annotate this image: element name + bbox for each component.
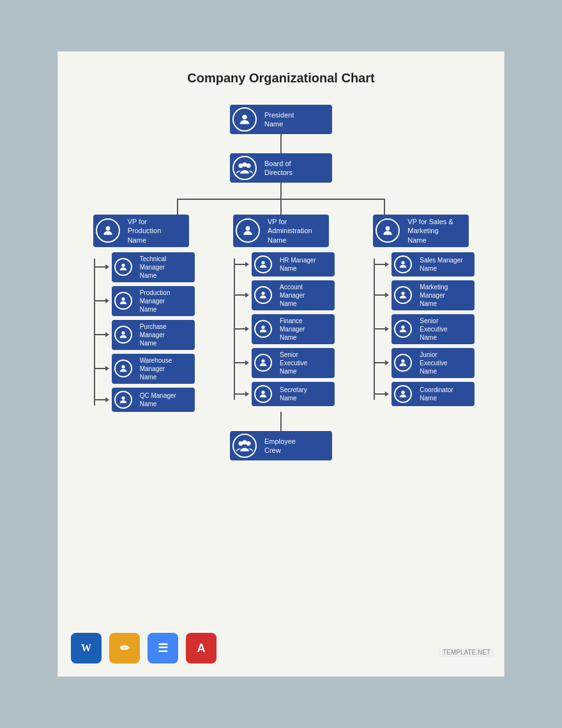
sub-node: Finance Manager Name — [252, 314, 335, 344]
sub-text: QC Manager Name — [135, 389, 181, 411]
h-conn — [234, 393, 245, 395]
svg-point-0 — [242, 115, 247, 119]
list-item: Warehouse Manager Name — [94, 354, 195, 384]
sub-icon — [114, 292, 132, 310]
docs-icon[interactable]: ☰ — [148, 633, 178, 664]
list-item: Account Manager Name — [234, 280, 335, 310]
vp-sales-node: VP for Sales & Marketing Name — [373, 215, 469, 247]
bracket-v — [374, 259, 375, 400]
svg-point-1 — [238, 163, 243, 168]
h-conn — [234, 328, 245, 330]
svg-point-13 — [261, 326, 264, 329]
vp-columns: VP for Production Name — [71, 215, 491, 412]
sub-node: Account Manager Name — [252, 280, 335, 310]
sub-icon — [114, 391, 132, 409]
page-title: Company Organizational Chart — [187, 71, 374, 86]
bracket-v — [94, 259, 95, 406]
svg-point-14 — [261, 360, 264, 363]
col2-bracket: HR Manager Name — [227, 252, 335, 406]
svg-point-17 — [402, 261, 405, 264]
svg-point-2 — [247, 163, 251, 168]
vp-production-icon — [96, 218, 120, 243]
pages-label: ✏ — [120, 641, 130, 655]
list-item: Coordinator Name — [374, 382, 475, 406]
sub-icon — [254, 255, 272, 273]
svg-point-11 — [261, 261, 264, 264]
word-icon[interactable]: W — [71, 633, 102, 664]
sub-node: HR Manager Name — [252, 252, 335, 277]
svg-point-10 — [246, 227, 250, 231]
sub-text: Production Manager Name — [135, 286, 176, 316]
sub-node: Production Manager Name — [112, 286, 195, 316]
org-chart: President Name — [71, 105, 491, 460]
sub-icon — [394, 320, 412, 338]
svg-point-23 — [247, 441, 251, 446]
col3-items: Sales Manager Name — [374, 252, 475, 406]
col-sales: VP for Sales & Marketing Name — [351, 215, 491, 412]
col-admin: VP for Administration Name — [211, 215, 351, 412]
svg-point-19 — [402, 326, 405, 329]
employee-text: Employee Crew — [259, 434, 301, 458]
sub-text: Sales Manager Name — [414, 254, 467, 275]
pages-icon[interactable]: ✏ — [109, 633, 140, 664]
list-item: Secretary Name — [234, 382, 335, 406]
acrobat-icon[interactable]: A — [186, 633, 216, 664]
sub-text: HR Manager Name — [275, 254, 321, 275]
watermark: TEMPLATE.NET — [439, 648, 494, 657]
board-node: Board of Directors — [230, 153, 332, 183]
sub-node: Warehouse Manager Name — [112, 354, 195, 384]
v-right — [384, 199, 385, 215]
sub-icon — [254, 320, 272, 338]
v-down — [280, 183, 282, 199]
president-icon — [232, 107, 257, 132]
sub-icon — [114, 326, 132, 344]
employee-node: Employee Crew — [230, 431, 332, 460]
vp-production-node: VP for Production Name — [93, 215, 189, 247]
v-line-bottom — [280, 412, 282, 431]
svg-point-4 — [105, 227, 110, 231]
svg-point-12 — [261, 292, 264, 295]
arrow — [385, 391, 389, 397]
v-line-1 — [280, 134, 282, 153]
board-icon — [232, 156, 257, 180]
svg-point-20 — [402, 360, 405, 363]
vp-sales-icon — [376, 218, 400, 243]
list-item: HR Manager Name — [234, 252, 335, 277]
sub-node: Senior Executive Name — [252, 348, 335, 378]
sub-text: Marketing Manager Name — [414, 280, 453, 310]
arrow — [105, 397, 109, 402]
sub-text: Finance Manager Name — [275, 314, 310, 344]
arrow — [245, 326, 249, 331]
svg-point-15 — [261, 391, 264, 394]
svg-point-3 — [243, 162, 247, 167]
acrobat-label: A — [197, 642, 206, 655]
sub-icon — [114, 360, 132, 377]
svg-point-18 — [402, 292, 405, 295]
h-conn — [374, 328, 385, 330]
svg-point-16 — [386, 227, 390, 231]
sub-text: Senior Executive Name — [414, 314, 452, 344]
arrow — [385, 292, 389, 298]
sub-node: Junior Executive Name — [391, 348, 475, 378]
arrow — [385, 360, 389, 365]
list-item: Marketing Manager Name — [374, 280, 475, 310]
h-conn — [94, 399, 105, 400]
arrow — [105, 264, 109, 269]
board-text: Board of Directors — [259, 156, 298, 180]
list-item: Finance Manager Name — [234, 314, 335, 344]
arrow — [245, 262, 249, 267]
arrow — [245, 360, 249, 365]
president-node: President Name — [230, 105, 332, 134]
sub-icon — [394, 255, 412, 273]
svg-point-22 — [238, 441, 243, 446]
svg-point-21 — [402, 391, 405, 394]
svg-point-24 — [243, 440, 247, 444]
vp-admin-icon — [236, 218, 260, 243]
arrow — [245, 391, 249, 397]
sub-node: Technical Manager Name — [112, 252, 195, 282]
arrow — [105, 366, 109, 371]
sub-icon — [254, 286, 272, 304]
h-conn — [94, 300, 105, 301]
sub-text: Purchase Manager Name — [135, 320, 172, 350]
sub-node: Secretary Name — [252, 382, 335, 406]
